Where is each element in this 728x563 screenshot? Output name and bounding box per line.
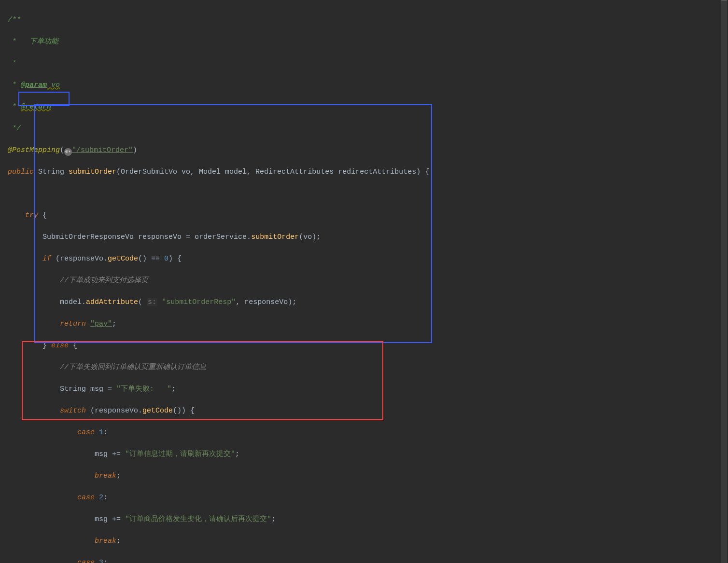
javadoc-close: */ — [8, 124, 21, 133]
annotation: @PostMapping — [8, 146, 60, 154]
brace: { — [42, 211, 47, 220]
annotation-url: "/submitOrder" — [72, 146, 133, 154]
keyword-public: public — [8, 168, 38, 176]
javadoc-line: * — [8, 59, 16, 68]
scrollbar[interactable] — [721, 0, 727, 563]
javadoc-tag: @param — [21, 81, 47, 89]
code: SubmitOrderResponseVo responseVo = — [42, 233, 195, 241]
paren: ( — [60, 146, 64, 154]
javadoc-open: /** — [8, 16, 21, 24]
keyword-case: case — [77, 428, 99, 437]
method-call: submitOrder — [251, 233, 299, 241]
paren: ) — [133, 146, 137, 154]
field: orderService — [195, 233, 247, 241]
keyword-break: break — [95, 472, 116, 480]
method-name: submitOrder — [69, 168, 116, 176]
code-editor[interactable]: /** * 下单功能 * * @param vo * @return */ @P… — [0, 0, 728, 563]
javadoc-line: * 下单功能 — [8, 38, 58, 46]
method-params: (OrderSubmitVo vo, Model model, Redirect… — [116, 168, 429, 176]
javadoc-tag: @return — [21, 103, 51, 111]
keyword-try: try — [25, 211, 42, 220]
javadoc-line: * — [8, 103, 21, 111]
javadoc-line: * — [8, 81, 21, 89]
javadoc-param-name: vo — [47, 81, 60, 89]
keyword-return: return — [60, 320, 90, 328]
keyword-else: else — [51, 342, 73, 350]
param-hint: s: — [147, 298, 157, 306]
globe-icon[interactable]: ⊕▾ — [64, 148, 72, 156]
keyword-switch: switch — [60, 407, 90, 415]
keyword-if: if — [42, 255, 56, 263]
comment: //下单成功来到支付选择页 — [60, 276, 148, 285]
comment: //下单失败回到订单确认页重新确认订单信息 — [60, 363, 206, 371]
return-type: String — [38, 168, 69, 176]
